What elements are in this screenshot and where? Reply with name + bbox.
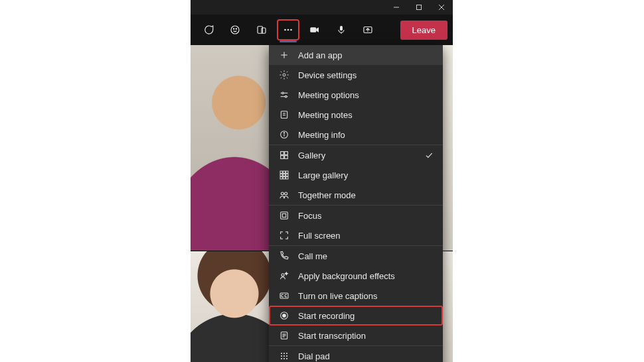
menu-item-start-transcription[interactable]: Start transcription bbox=[269, 326, 443, 345]
menu-item-apply-background-effects[interactable]: Apply background effects bbox=[269, 266, 443, 286]
menu-item-label: Turn on live captions bbox=[298, 291, 434, 301]
grid-icon bbox=[278, 149, 290, 161]
menu-item-label: Large gallery bbox=[298, 170, 434, 180]
menu-item-gallery[interactable]: Gallery bbox=[269, 145, 443, 165]
plus-icon bbox=[278, 49, 290, 61]
menu-item-label: Add an app bbox=[298, 50, 434, 60]
video-tile bbox=[191, 251, 278, 362]
svg-point-61 bbox=[283, 358, 285, 359]
menu-item-together-mode[interactable]: Together mode bbox=[269, 185, 443, 205]
menu-item-label: Full screen bbox=[298, 231, 434, 241]
svg-point-54 bbox=[281, 353, 282, 354]
close-button[interactable] bbox=[430, 0, 453, 15]
menu-item-label: Dial pad bbox=[298, 351, 434, 361]
svg-rect-36 bbox=[280, 174, 282, 176]
minimize-button[interactable] bbox=[385, 0, 408, 15]
svg-point-57 bbox=[281, 355, 282, 357]
menu-item-meeting-options[interactable]: Meeting options bbox=[269, 85, 443, 105]
svg-rect-44 bbox=[281, 212, 288, 219]
active-tab-indicator bbox=[280, 40, 297, 42]
menu-item-label: Start recording bbox=[298, 311, 434, 321]
svg-point-49 bbox=[283, 314, 286, 318]
phone-icon bbox=[278, 250, 290, 262]
together-icon bbox=[278, 189, 290, 201]
record-icon bbox=[278, 310, 290, 322]
menu-item-focus[interactable]: Focus bbox=[269, 206, 443, 225]
menu-item-label: Meeting options bbox=[298, 90, 434, 100]
teams-meeting-window: Leave Add an appDevice settingsMeeting o… bbox=[191, 0, 453, 362]
info-icon bbox=[278, 129, 290, 141]
menu-item-label: Apply background effects bbox=[298, 271, 434, 281]
svg-rect-1 bbox=[417, 5, 422, 10]
camera-button[interactable] bbox=[303, 19, 326, 40]
rooms-button[interactable] bbox=[250, 19, 273, 40]
menu-item-call-me[interactable]: Call me bbox=[269, 246, 443, 266]
svg-rect-45 bbox=[282, 213, 285, 217]
svg-point-10 bbox=[287, 29, 289, 31]
menu-item-large-gallery[interactable]: Large gallery bbox=[269, 165, 443, 185]
svg-point-62 bbox=[286, 358, 287, 359]
svg-point-56 bbox=[286, 353, 287, 354]
menu-item-meeting-info[interactable]: Meeting info bbox=[269, 125, 443, 145]
svg-point-28 bbox=[283, 133, 284, 133]
menu-item-dial-pad[interactable]: Dial pad bbox=[269, 346, 443, 362]
maximize-button[interactable] bbox=[408, 0, 430, 15]
share-button[interactable] bbox=[357, 19, 379, 40]
svg-rect-29 bbox=[281, 152, 284, 155]
menu-item-label: Gallery bbox=[298, 151, 416, 160]
menu-item-add-an-app[interactable]: Add an app bbox=[269, 45, 443, 65]
menu-item-label: Call me bbox=[298, 251, 434, 261]
svg-point-9 bbox=[284, 29, 286, 31]
mic-icon bbox=[335, 24, 347, 36]
menu-item-start-recording[interactable]: Start recording bbox=[269, 306, 443, 326]
menu-item-label: Device settings bbox=[298, 70, 434, 80]
menu-item-label: Focus bbox=[298, 211, 434, 221]
svg-point-55 bbox=[283, 353, 285, 354]
svg-point-20 bbox=[282, 92, 284, 94]
ellipsis-icon bbox=[282, 24, 294, 36]
svg-point-60 bbox=[281, 358, 282, 359]
svg-point-43 bbox=[285, 192, 287, 195]
sparkle-icon bbox=[278, 270, 290, 282]
sliders-icon bbox=[278, 89, 290, 101]
share-tray-icon bbox=[362, 24, 374, 36]
menu-item-label: Meeting notes bbox=[298, 110, 434, 120]
expand-icon bbox=[278, 229, 290, 241]
svg-rect-13 bbox=[340, 26, 343, 30]
svg-rect-12 bbox=[310, 27, 316, 32]
svg-rect-40 bbox=[283, 177, 285, 179]
svg-point-11 bbox=[290, 29, 292, 31]
dialpad-icon bbox=[278, 350, 290, 362]
more-actions-button[interactable] bbox=[277, 19, 299, 40]
window-titlebar bbox=[385, 0, 453, 15]
menu-item-device-settings[interactable]: Device settings bbox=[269, 65, 443, 85]
focus-icon bbox=[278, 210, 290, 221]
svg-rect-37 bbox=[283, 174, 285, 176]
meeting-toolbar: Leave bbox=[191, 15, 453, 46]
video-tile bbox=[191, 45, 278, 251]
smile-icon bbox=[229, 24, 241, 36]
svg-rect-30 bbox=[285, 152, 288, 155]
menu-item-label: Meeting info bbox=[298, 130, 434, 140]
menu-item-full-screen[interactable]: Full screen bbox=[269, 225, 443, 245]
check-icon bbox=[424, 151, 434, 160]
svg-point-46 bbox=[282, 274, 284, 276]
gear-icon bbox=[278, 69, 290, 81]
svg-point-58 bbox=[283, 355, 285, 357]
reactions-button[interactable] bbox=[224, 19, 246, 40]
leave-button[interactable]: Leave bbox=[400, 21, 447, 40]
menu-item-turn-on-live-captions[interactable]: Turn on live captions bbox=[269, 286, 443, 306]
svg-point-4 bbox=[231, 26, 239, 34]
more-actions-menu: Add an appDevice settingsMeeting options… bbox=[269, 45, 443, 362]
svg-rect-34 bbox=[283, 171, 285, 173]
svg-point-22 bbox=[285, 95, 287, 97]
svg-point-59 bbox=[286, 355, 287, 357]
rooms-icon bbox=[256, 24, 268, 36]
menu-item-label: Together mode bbox=[298, 190, 434, 200]
menu-item-meeting-notes[interactable]: Meeting notes bbox=[269, 105, 443, 125]
transcript-icon bbox=[278, 330, 290, 341]
chat-button[interactable] bbox=[197, 19, 220, 40]
svg-point-5 bbox=[234, 29, 234, 29]
mic-button[interactable] bbox=[330, 19, 353, 40]
svg-rect-35 bbox=[286, 171, 288, 173]
